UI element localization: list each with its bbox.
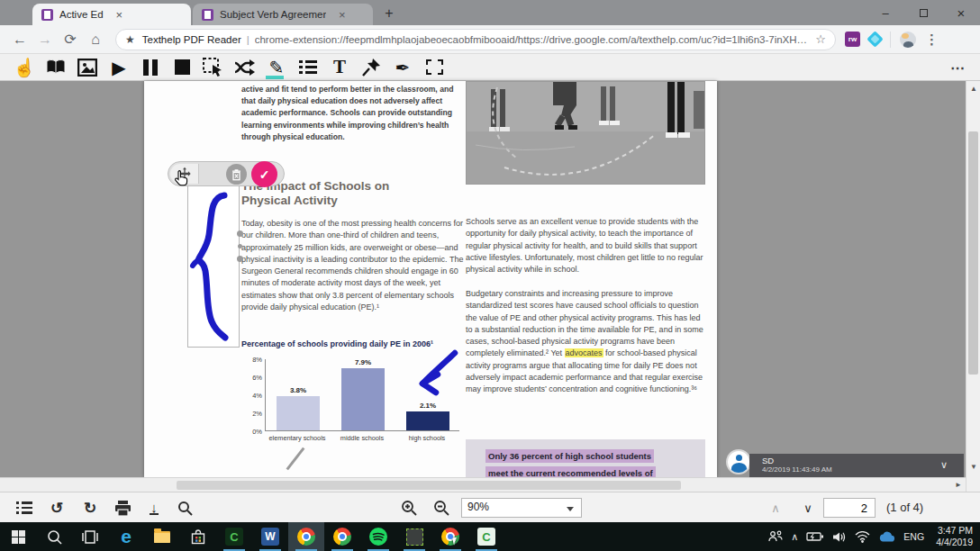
taskbar-camtasia[interactable]: C: [216, 522, 252, 551]
yellow-highlight[interactable]: advocates: [565, 348, 603, 357]
zoom-level-select[interactable]: 90%: [461, 498, 582, 518]
pushpin-icon[interactable]: [359, 56, 383, 79]
comment-bubble[interactable]: SD 4/2/2019 11:43:49 AM ∨: [749, 454, 964, 478]
restore-button[interactable]: [904, 0, 942, 25]
commenter-avatar[interactable]: [726, 449, 751, 474]
zoom-in-icon[interactable]: [396, 492, 422, 523]
address-bar[interactable]: ★ Texthelp PDF Reader | chrome-extension…: [115, 29, 836, 50]
taskbar-snagit[interactable]: [396, 522, 432, 551]
vertical-scroll-thumb[interactable]: [968, 131, 978, 375]
minimize-button[interactable]: –: [867, 0, 904, 25]
tab-active-ed[interactable]: Active Ed ×: [32, 4, 191, 25]
text-tool-icon[interactable]: T: [328, 56, 351, 79]
ink-arrow-annotation[interactable]: [413, 348, 468, 400]
bar-high: [406, 411, 449, 430]
delete-annotation-button[interactable]: [226, 164, 247, 185]
word-icon: W: [261, 528, 279, 546]
confirm-annotation-button[interactable]: ✓: [251, 161, 277, 187]
highlighter-icon[interactable]: ✎: [265, 56, 288, 79]
spotify-icon: [369, 528, 387, 546]
ink-drawing-annotation[interactable]: [187, 184, 240, 348]
taskbar-word[interactable]: W: [252, 522, 288, 551]
picture-dictionary-icon[interactable]: [76, 56, 99, 79]
check-icon: ✓: [259, 167, 270, 182]
wifi-icon[interactable]: [855, 531, 870, 543]
rotate-right-icon[interactable]: ↻: [78, 492, 102, 523]
comment-collapse-icon[interactable]: ∨: [940, 459, 948, 471]
collect-highlights-icon[interactable]: [296, 56, 320, 79]
battery-icon[interactable]: [806, 531, 824, 542]
rotate-left-icon[interactable]: ↺: [45, 492, 68, 523]
page-graphic-fragment: [286, 447, 305, 470]
back-button[interactable]: ←: [7, 32, 32, 48]
people-icon[interactable]: [768, 530, 783, 543]
readwrite-extension-icon[interactable]: rw: [845, 32, 860, 47]
clock-date: 4/4/2019: [936, 537, 973, 548]
taskbar-chrome-active[interactable]: [288, 522, 324, 551]
scroll-up-icon[interactable]: ▲: [966, 85, 980, 93]
scroll-down-icon[interactable]: ▼: [966, 463, 980, 471]
pdf-favicon: [202, 9, 213, 21]
vertical-scrollbar[interactable]: ▲ ▼: [966, 81, 980, 492]
reload-button[interactable]: ⟳: [58, 31, 83, 48]
forward-button[interactable]: →: [32, 32, 58, 48]
taskbar-edge[interactable]: e: [108, 522, 144, 551]
print-icon[interactable]: [110, 492, 135, 523]
zoom-out-icon[interactable]: [429, 492, 454, 523]
resize-handle[interactable]: [237, 256, 243, 262]
click-to-speak-icon[interactable]: ☝: [13, 56, 36, 79]
horizontal-scrollbar[interactable]: ►: [0, 477, 966, 492]
task-view-button[interactable]: [72, 522, 108, 551]
resize-handle[interactable]: [238, 244, 242, 248]
shuffle-icon[interactable]: [233, 56, 257, 79]
taskbar-spotify[interactable]: [360, 522, 396, 551]
taskbar-search-button[interactable]: [36, 522, 72, 551]
horizontal-scroll-thumb[interactable]: [177, 481, 681, 490]
start-button[interactable]: [0, 522, 36, 551]
pause-icon[interactable]: [139, 56, 162, 79]
volume-icon[interactable]: [832, 531, 847, 543]
store-bag-icon: [191, 529, 205, 545]
tab-close-icon[interactable]: ×: [116, 9, 123, 21]
reader-label: Texthelp PDF Reader: [142, 34, 241, 45]
close-button[interactable]: ×: [942, 0, 980, 25]
profile-avatar[interactable]: [900, 32, 916, 48]
shape-select-icon[interactable]: [422, 56, 446, 79]
bookmark-star-icon[interactable]: ☆: [815, 32, 826, 46]
select-to-speak-icon[interactable]: [202, 56, 225, 79]
tab-subject-verb-agreement[interactable]: Subject Verb Agreement ×: [193, 4, 373, 25]
new-tab-button[interactable]: +: [378, 4, 400, 23]
chrome-icon: [333, 528, 351, 546]
next-page-icon[interactable]: ∨: [796, 492, 820, 523]
thumbnails-menu-icon[interactable]: [13, 492, 36, 523]
resize-handle[interactable]: [237, 230, 243, 237]
texthelp-extension-icon[interactable]: [867, 31, 883, 47]
dictionary-icon[interactable]: [44, 56, 68, 79]
taskbar-camtasia-2[interactable]: C: [468, 522, 504, 551]
download-icon[interactable]: ↓: [142, 492, 166, 523]
page-number-input[interactable]: [823, 498, 876, 518]
taskbar-clock[interactable]: 3:47 PM 4/4/2019: [932, 525, 973, 548]
previous-page-icon[interactable]: ∧: [764, 492, 787, 523]
task-view-icon: [82, 530, 98, 544]
taskbar-chrome-2[interactable]: [324, 522, 360, 551]
scroll-right-icon[interactable]: ►: [955, 481, 962, 489]
stop-icon[interactable]: [170, 56, 194, 79]
tray-expand-icon[interactable]: ∧: [791, 531, 798, 543]
bar-value-label: 2.1%: [420, 402, 436, 410]
taskbar-file-explorer[interactable]: [144, 522, 180, 551]
play-icon[interactable]: ▶: [107, 56, 131, 79]
taskbar-chrome-3[interactable]: [432, 522, 468, 551]
onedrive-cloud-icon[interactable]: [878, 531, 895, 542]
purple-highlight-line[interactable]: Only 36 percent of high school students: [485, 449, 654, 463]
windows-logo-icon: [12, 530, 25, 544]
taskbar-store[interactable]: [180, 522, 216, 551]
ink-pen-icon[interactable]: ✒: [391, 56, 414, 79]
right-column-paragraph-1: Schools serve as an excellent venue to p…: [466, 216, 707, 276]
search-icon[interactable]: [173, 492, 196, 523]
language-indicator[interactable]: ENG: [903, 531, 924, 542]
more-tools-icon[interactable]: ⋯: [950, 54, 966, 81]
home-button[interactable]: ⌂: [83, 32, 108, 48]
browser-menu-icon[interactable]: ⋮: [925, 32, 939, 48]
tab-close-icon[interactable]: ×: [339, 9, 346, 21]
